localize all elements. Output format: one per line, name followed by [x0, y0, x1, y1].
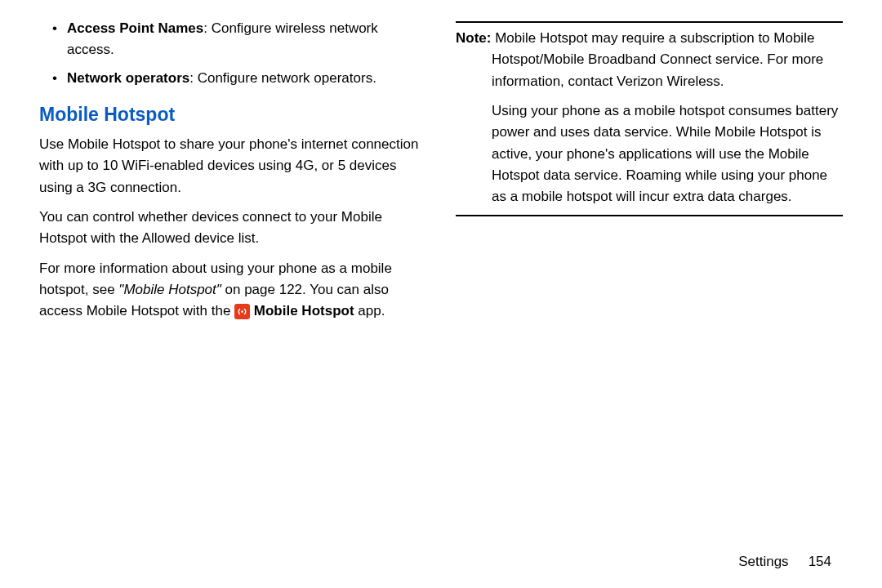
list-item: Network operators: Configure network ope… — [39, 68, 426, 89]
footer-page-number: 154 — [808, 554, 831, 569]
note-box: Note: Mobile Hotspot may require a subsc… — [456, 21, 843, 216]
text: app. — [354, 303, 385, 318]
page-columns: Access Point Names: Configure wireless n… — [39, 18, 843, 331]
paragraph: Use Mobile Hotspot to share your phone's… — [39, 134, 426, 198]
page-footer: Settings154 — [738, 554, 831, 570]
hotspot-app-icon — [234, 304, 250, 319]
list-item: Access Point Names: Configure wireless n… — [39, 18, 426, 61]
left-column: Access Point Names: Configure wireless n… — [39, 18, 426, 331]
right-column: Note: Mobile Hotspot may require a subsc… — [456, 18, 843, 331]
note-text: Mobile Hotspot may require a subscriptio… — [491, 30, 823, 89]
cross-ref-link[interactable]: "Mobile Hotspot" — [118, 282, 220, 297]
bullet-desc: : Configure network operators. — [189, 70, 376, 86]
bullet-label: Network operators — [67, 70, 189, 86]
paragraph: You can control whether devices connect … — [39, 207, 426, 250]
bullet-label: Access Point Names — [67, 20, 203, 36]
svg-point-0 — [241, 311, 243, 314]
app-label: Mobile Hotspot — [254, 303, 354, 318]
bullet-list: Access Point Names: Configure wireless n… — [39, 18, 426, 89]
paragraph: For more information about using your ph… — [39, 258, 426, 323]
footer-section: Settings — [738, 554, 788, 569]
note-label: Note: — [456, 30, 491, 46]
note-paragraph: Using your phone as a mobile hotspot con… — [456, 100, 843, 208]
section-title: Mobile Hotspot — [39, 104, 426, 126]
note-paragraph: Note: Mobile Hotspot may require a subsc… — [456, 28, 843, 92]
